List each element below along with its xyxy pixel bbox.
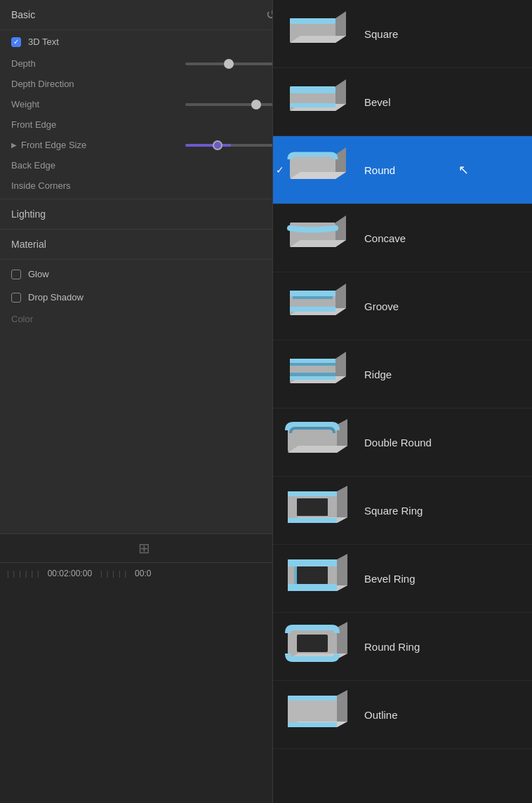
svg-rect-27 — [290, 373, 335, 376]
svg-rect-47 — [297, 635, 328, 652]
back-edge-row: Back Edge — [0, 155, 288, 175]
dropdown-item-groove[interactable]: Groove — [273, 272, 532, 340]
tick-marks: ||||| | — [7, 570, 39, 578]
svg-rect-52 — [288, 722, 337, 727]
color-row: Color — [0, 309, 288, 329]
bevel-shape-icon — [284, 76, 354, 128]
timecode-2: 00:0 — [135, 569, 151, 578]
glow-checkbox[interactable] — [11, 270, 21, 279]
bevel-label: Bevel — [364, 96, 391, 108]
dropdown-item-round[interactable]: ✓ Round ↖ — [273, 136, 532, 204]
svg-rect-51 — [288, 696, 337, 701]
depth-direction-label: Depth Direction — [11, 79, 74, 89]
tick-marks-2: ||||| — [100, 570, 126, 578]
lighting-row[interactable]: Lighting — [0, 202, 288, 226]
lighting-label: Lighting — [11, 208, 46, 220]
svg-rect-35 — [288, 491, 337, 496]
svg-rect-43 — [288, 584, 337, 591]
outline-shape-icon — [284, 689, 354, 741]
svg-rect-7 — [290, 86, 335, 93]
dropdown-item-outline[interactable]: Outline — [273, 681, 532, 749]
svg-rect-40 — [297, 566, 328, 584]
weight-slider[interactable] — [185, 103, 277, 106]
divider-2 — [0, 229, 288, 230]
front-edge-size-slider[interactable] — [185, 144, 277, 147]
dropdown-item-round-ring[interactable]: Round Ring — [273, 613, 532, 681]
material-row[interactable]: Material — [0, 232, 288, 256]
dropdown-item-concave[interactable]: Concave — [273, 204, 532, 272]
depth-direction-row: Depth Direction — [0, 74, 288, 94]
inside-corners-label: Inside Corners — [11, 180, 71, 191]
dropdown-item-ridge[interactable]: Ridge — [273, 340, 532, 409]
ridge-label: Ridge — [364, 369, 392, 380]
dropdown-item-square[interactable]: Square — [273, 0, 532, 68]
3d-text-row[interactable]: 3D Text — [0, 30, 288, 53]
round-shape-icon — [284, 144, 354, 197]
weight-thumb[interactable] — [251, 100, 261, 109]
svg-rect-18 — [290, 291, 335, 296]
weight-row: Weight — [0, 94, 288, 114]
inside-corners-row: Inside Corners — [0, 175, 288, 196]
depth-thumb[interactable] — [224, 59, 234, 69]
drop-shadow-checkbox[interactable] — [11, 293, 21, 303]
groove-label: Groove — [364, 300, 399, 312]
square-shape-icon — [284, 8, 354, 60]
round-label: Round — [364, 164, 395, 176]
round-ring-shape-icon — [284, 620, 354, 673]
svg-rect-41 — [288, 559, 337, 566]
dropdown-item-bevel[interactable]: Bevel — [273, 68, 532, 136]
depth-label: Depth — [11, 58, 36, 69]
3d-text-label: 3D Text — [28, 36, 59, 47]
weight-label: Weight — [11, 99, 39, 109]
timecode-1: 00:02:00:00 — [48, 569, 92, 578]
left-panel: Basic ↺ 3D Text Depth Depth Direction We… — [0, 0, 288, 533]
glow-row[interactable]: Glow — [0, 263, 288, 286]
drop-shadow-row[interactable]: Drop Shadow — [0, 286, 288, 309]
cursor-icon: ↖ — [458, 162, 469, 178]
round-ring-label: Round Ring — [364, 641, 420, 653]
square-label: Square — [364, 28, 398, 40]
arrow-right-icon: ▶ — [11, 141, 17, 149]
front-edge-size-row: ▶ Front Edge Size — [0, 135, 288, 155]
double-round-label: Double Round — [364, 437, 432, 449]
timeline-track: ||||| | 00:02:00:00 ||||| 00:0 — [0, 563, 288, 584]
glow-label: Glow — [28, 269, 49, 279]
bevel-ring-label: Bevel Ring — [364, 573, 415, 585]
svg-rect-25 — [290, 363, 335, 366]
timeline-divider-icon: ⊞ — [138, 540, 150, 557]
timeline-area: ⊞ ||||| | 00:02:00:00 ||||| 00:0 — [0, 533, 288, 803]
back-edge-label: Back Edge — [11, 160, 55, 171]
outline-label: Outline — [364, 709, 398, 721]
svg-rect-42 — [294, 566, 297, 584]
double-round-shape-icon — [284, 416, 354, 469]
3d-text-checkbox[interactable] — [11, 37, 21, 47]
front-edge-label: Front Edge — [11, 119, 56, 130]
square-ring-label: Square Ring — [364, 505, 423, 517]
bevel-ring-shape-icon — [284, 552, 354, 605]
dropdown-item-double-round[interactable]: Double Round — [273, 409, 532, 477]
color-label: Color — [11, 314, 33, 324]
svg-rect-34 — [297, 498, 328, 516]
svg-rect-36 — [288, 518, 337, 523]
svg-rect-20 — [290, 307, 335, 312]
svg-rect-26 — [290, 376, 335, 380]
material-label: Material — [11, 239, 46, 250]
svg-rect-8 — [290, 103, 335, 107]
dropdown-item-bevel-ring[interactable]: Bevel Ring — [273, 545, 532, 613]
groove-shape-icon — [284, 280, 354, 333]
divider-1 — [0, 199, 288, 199]
front-edge-size-label: Front Edge Size — [21, 140, 86, 150]
svg-rect-24 — [290, 359, 335, 363]
dropdown-item-square-ring[interactable]: Square Ring — [273, 477, 532, 545]
ridge-shape-icon — [284, 348, 354, 401]
depth-slider[interactable] — [185, 62, 277, 65]
panel-title: Basic — [11, 9, 35, 20]
svg-rect-19 — [293, 296, 333, 299]
selected-checkmark: ✓ — [276, 164, 284, 175]
panel-header: Basic ↺ — [0, 0, 288, 30]
svg-marker-30 — [288, 446, 347, 453]
depth-row: Depth — [0, 53, 288, 74]
divider-3 — [0, 259, 288, 260]
front-edge-size-thumb[interactable] — [213, 140, 222, 150]
front-edge-row: Front Edge — [0, 114, 288, 135]
